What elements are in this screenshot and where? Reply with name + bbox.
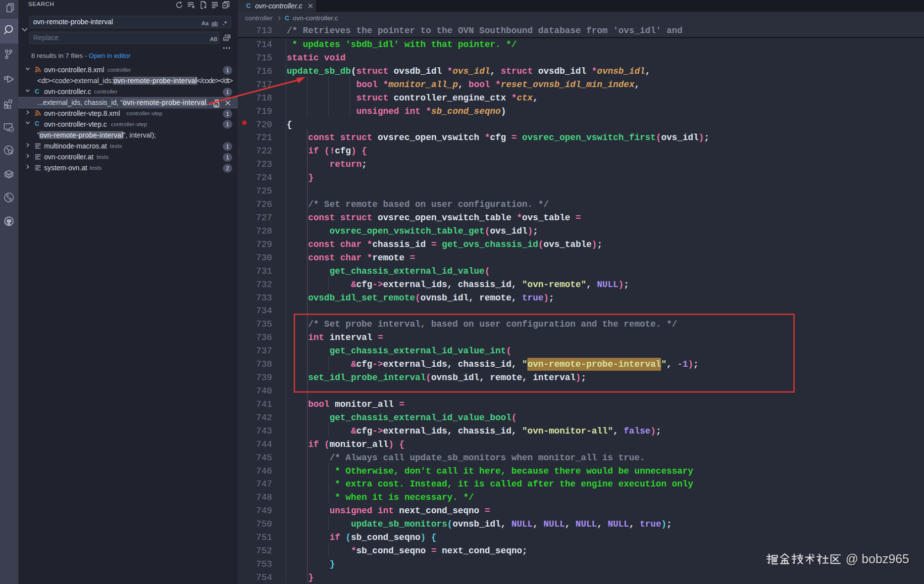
svg-text:ab: ab <box>227 35 231 38</box>
svg-text:c: c <box>215 103 217 107</box>
svg-text:ac: ac <box>224 38 227 41</box>
